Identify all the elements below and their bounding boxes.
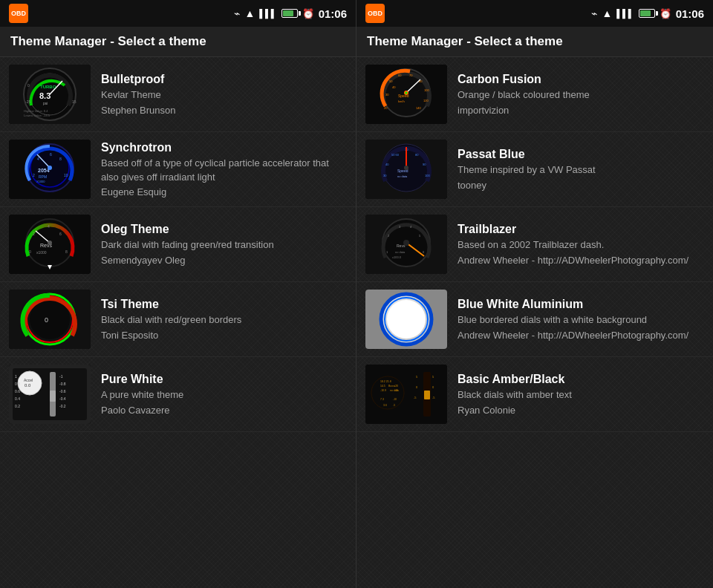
svg-text:Accel: Accel (24, 378, 33, 382)
status-right-left: ⌁ ▲ ▌▌▌ ⏰ 01:06 (234, 7, 347, 20)
svg-text:2: 2 (33, 232, 35, 236)
svg-point-90 (404, 166, 408, 170)
theme-item-carbonfusion[interactable]: 50 60 70 40 30 Speed km/h 80 100 120 140… (356, 57, 713, 132)
theme-author-amberblack: Ryan Colonie (458, 405, 704, 416)
theme-info-trailblazer: Trailblazer Based on a 2002 Trailblazer … (447, 223, 704, 265)
obd-icon-right: OBD (365, 4, 385, 23)
theme-info-amberblack: Basic Amber/Black Black dials with amber… (447, 373, 704, 415)
svg-text:120: 120 (423, 99, 429, 102)
theme-thumb-bulletproof: TURBO 8.3 psi Highest Value: 8.4 Lowest … (9, 65, 91, 124)
theme-item-oleg[interactable]: 0 2 4 6 8 Revs x1000 Oleg Theme Dark dia… (0, 207, 356, 282)
theme-info-passatblue: Passat Blue Theme inspired by a VW Passa… (447, 148, 704, 190)
alarm-icon-left: ⏰ (302, 8, 314, 19)
svg-text:0.6: 0.6 (15, 389, 20, 393)
svg-text:100: 100 (424, 88, 429, 92)
svg-text:0.8: 0.8 (15, 382, 20, 386)
svg-text:TURBO: TURBO (40, 85, 56, 89)
theme-desc-tsi: Black dial with red/green borders (101, 313, 347, 327)
page-title-right: Theme Manager - Select a theme (367, 34, 703, 49)
theme-list-left[interactable]: TURBO 8.3 psi Highest Value: 8.4 Lowest … (0, 57, 356, 588)
theme-item-bulletproof[interactable]: TURBO 8.3 psi Highest Value: 8.4 Lowest … (0, 57, 356, 132)
svg-text:14.5: 14.5 (380, 385, 385, 388)
theme-desc-bluewhite: Blue bordered dials with a white backgro… (458, 313, 704, 327)
svg-text:3.6: 3.6 (383, 404, 387, 407)
theme-name-trailblazer: Trailblazer (458, 223, 704, 236)
svg-text:psi: psi (43, 101, 48, 105)
svg-text:x1000: x1000 (36, 250, 47, 255)
title-bar-left: Theme Manager - Select a theme (0, 27, 356, 57)
status-left: OBD (9, 4, 28, 23)
time-right: 01:06 (676, 7, 704, 20)
theme-item-amberblack[interactable]: 18.2 21.8 14.5 Boost -20 -10.9 no data -… (356, 357, 713, 432)
alarm-icon-right: ⏰ (660, 8, 671, 19)
svg-text:-0.4: -0.4 (59, 396, 66, 401)
left-panel: OBD ⌁ ▲ ▌▌▌ ⏰ 01:06 Theme Manager - Sele… (0, 0, 356, 588)
theme-name-amberblack: Basic Amber/Black (458, 373, 704, 386)
theme-list-right[interactable]: 50 60 70 40 30 Speed km/h 80 100 120 140… (356, 57, 713, 588)
theme-author-tsi: Toni Esposito (101, 330, 347, 341)
svg-text:50 60: 50 60 (391, 153, 400, 157)
theme-name-bluewhite: Blue White Aluminium (458, 298, 704, 311)
svg-text:8: 8 (65, 249, 68, 254)
svg-text:90: 90 (423, 163, 426, 166)
obd-icon-left: OBD (9, 4, 28, 23)
signal-icon-left: ▌▌▌ (259, 9, 276, 18)
theme-thumb-tsi: 0 (9, 290, 91, 349)
theme-item-purewhite[interactable]: Accel 0.0 1 0.8 0.6 0.4 0.2 -1 -0.8 -0.6… (0, 357, 356, 432)
theme-name-purewhite: Pure White (101, 373, 347, 386)
svg-text:30: 30 (383, 174, 387, 177)
theme-name-oleg: Oleg Theme (101, 223, 347, 236)
svg-text:18.2 21.8: 18.2 21.8 (380, 380, 391, 383)
theme-desc-synchrotron: Based off of a type of cyclical particle… (101, 157, 347, 183)
theme-thumb-trailblazer: 1 2 3 4 5 6 Revs no data x100.0 (365, 215, 447, 274)
svg-text:40: 40 (385, 163, 389, 166)
theme-thumb-carbonfusion: 50 60 70 40 30 Speed km/h 80 100 120 140… (365, 65, 447, 124)
wifi-icon-left: ▲ (244, 7, 255, 19)
svg-text:2: 2 (33, 173, 35, 177)
svg-text:15: 15 (72, 99, 76, 104)
svg-text:40: 40 (392, 85, 396, 89)
theme-item-trailblazer[interactable]: 1 2 3 4 5 6 Revs no data x100.0 Trailbla… (356, 207, 713, 282)
svg-text:0: 0 (29, 249, 31, 254)
svg-text:-1: -1 (59, 374, 63, 379)
status-left-right: OBD (365, 4, 385, 23)
svg-text:8.3: 8.3 (39, 91, 51, 100)
svg-text:-10: -10 (393, 398, 397, 401)
theme-info-bulletproof: Bulletproof Kevlar Theme Stephen Brunson (91, 73, 347, 115)
theme-item-passatblue[interactable]: stroke-width="2"/> 50 60 70 80 90 100 40… (356, 132, 713, 207)
theme-name-passatblue: Passat Blue (458, 148, 704, 161)
theme-info-tsi: Tsi Theme Black dial with red/green bord… (91, 298, 347, 340)
theme-item-tsi[interactable]: 0 Tsi Theme Black dial with red/green bo… (0, 282, 356, 357)
theme-author-bluewhite: Andrew Wheeler - http://ADWheelerPhotogr… (458, 330, 704, 341)
svg-text:70: 70 (409, 74, 413, 77)
svg-text:50: 50 (389, 79, 393, 83)
svg-text:20: 20 (384, 106, 388, 110)
svg-text:0.4: 0.4 (15, 396, 20, 401)
battery-icon-right (639, 9, 655, 18)
svg-text:km/h: km/h (398, 99, 405, 103)
svg-text:no data: no data (395, 250, 406, 254)
svg-text:0: 0 (45, 316, 48, 324)
theme-thumb-oleg: 0 2 4 6 8 Revs x1000 (9, 215, 91, 274)
theme-name-synchrotron: Synchrotron (101, 141, 347, 154)
svg-text:-15: -15 (394, 389, 398, 392)
theme-item-bluewhite[interactable]: Blue White Aluminium Blue bordered dials… (356, 282, 713, 357)
svg-text:-0.6: -0.6 (59, 389, 66, 393)
theme-item-synchrotron[interactable]: 2 4 6 8 10 2054 RPM X1000 Synchrotron Ba… (0, 132, 356, 207)
page-title-left: Theme Manager - Select a theme (10, 34, 345, 49)
svg-text:-10.9: -10.9 (380, 389, 386, 392)
theme-thumb-purewhite: Accel 0.0 1 0.8 0.6 0.4 0.2 -1 -0.8 -0.6… (9, 365, 91, 424)
svg-rect-49 (50, 391, 56, 402)
svg-text:6: 6 (59, 232, 62, 236)
theme-name-carbonfusion: Carbon Fusion (458, 73, 704, 86)
svg-text:Lowest Value: -24.5: Lowest Value: -24.5 (24, 114, 51, 117)
svg-text:1: 1 (15, 374, 17, 379)
theme-author-trailblazer: Andrew Wheeler - http://ADWheelerPhotogr… (458, 255, 704, 266)
theme-author-carbonfusion: importvizion (458, 105, 704, 116)
bluetooth-icon-right: ⌁ (591, 7, 597, 19)
bluetooth-icon-left: ⌁ (234, 7, 240, 19)
svg-text:0.0: 0.0 (25, 383, 31, 388)
svg-text:0.2: 0.2 (15, 404, 20, 408)
svg-text:10: 10 (64, 173, 68, 177)
svg-text:x100.0: x100.0 (392, 255, 402, 259)
